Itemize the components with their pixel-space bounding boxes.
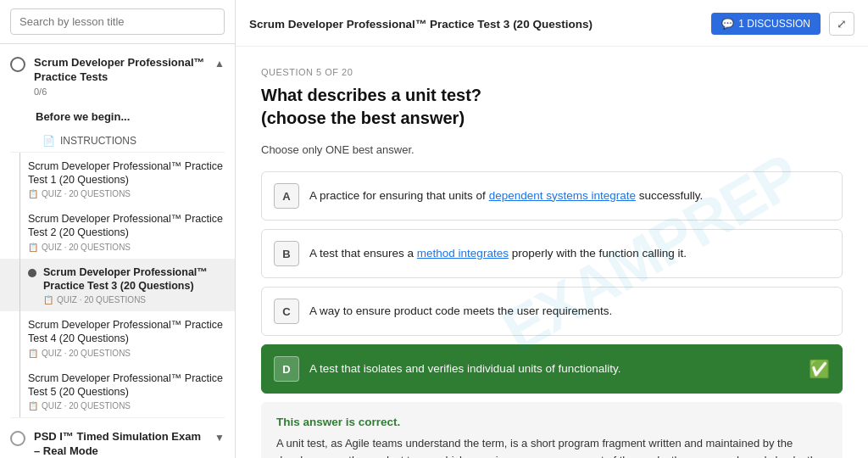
search-input[interactable] [10, 8, 225, 35]
simulation-title: PSD I™ Timed Simulation Exam – Real Mode [34, 430, 206, 458]
quiz-label-test5: QUIZ · 20 QUESTIONS [42, 401, 131, 411]
lesson-text-test4: Scrum Developer Professional™ Practice T… [28, 318, 225, 358]
chevron-up-icon: ▲ [214, 58, 225, 70]
main-header-title: Scrum Developer Professional™ Practice T… [249, 18, 593, 31]
chat-icon: 💬 [721, 18, 734, 30]
quiz-label-test2: QUIZ · 20 QUESTIONS [42, 243, 131, 252]
quiz-label-test4: QUIZ · 20 QUESTIONS [42, 349, 131, 358]
sidebar-section-practice-tests[interactable]: Scrum Developer Professional™ Practice T… [0, 44, 235, 105]
check-icon: ✅ [809, 359, 830, 379]
section-circle-icon-sim [10, 431, 25, 446]
sidebar-content: Scrum Developer Professional™ Practice T… [0, 44, 235, 458]
lesson-sub-test4: 📋 QUIZ · 20 QUESTIONS [28, 349, 225, 358]
simulation-title-block: PSD I™ Timed Simulation Exam – Real Mode… [34, 430, 206, 458]
option-letter-b: B [274, 241, 299, 266]
link-b: method integrates [417, 247, 509, 260]
vertical-line [19, 259, 20, 312]
lesson-title-test4: Scrum Developer Professional™ Practice T… [28, 318, 225, 346]
before-we-begin-title-block: Before we begin... [36, 110, 225, 125]
answer-option-c[interactable]: C A way to ensure product code meets the… [261, 287, 843, 336]
answer-option-d[interactable]: D A test that isolates and verifies indi… [261, 344, 843, 394]
option-letter-d: D [274, 356, 299, 382]
doc-icon: 📄 [42, 135, 55, 147]
explanation-text: A unit test, as Agile teams understand t… [276, 435, 827, 458]
expand-button[interactable]: ⤢ [829, 12, 854, 36]
lesson-item-test4[interactable]: Scrum Developer Professional™ Practice T… [0, 311, 235, 365]
option-letter-a: A [274, 183, 299, 209]
section-circle-icon [10, 57, 25, 72]
option-text-d: A test that isolates and verifies indivi… [309, 361, 798, 377]
quiz-icon: 📋 [28, 401, 38, 411]
question-number: QUESTION 5 OF 20 [261, 67, 843, 77]
lesson-text-test1: Scrum Developer Professional™ Practice T… [28, 159, 225, 199]
header-actions: 💬 1 DISCUSSION ⤢ [711, 12, 854, 36]
question-body: EXAMPREP QUESTION 5 OF 20 What describes… [236, 47, 868, 458]
instructions-label: INSTRUCTIONS [60, 135, 136, 147]
option-letter-c: C [274, 299, 299, 324]
lesson-title-test5: Scrum Developer Professional™ Practice T… [28, 371, 225, 399]
lesson-title-test1: Scrum Developer Professional™ Practice T… [28, 159, 225, 187]
before-we-begin[interactable]: Before we begin... [0, 105, 235, 130]
quiz-icon: 📋 [43, 295, 53, 304]
link-a: dependent systems integrate [489, 189, 636, 202]
vertical-line [19, 311, 20, 365]
option-text-a: A practice for ensuring that units of de… [309, 188, 830, 204]
answer-option-a[interactable]: A A practice for ensuring that units of … [261, 171, 843, 221]
lesson-sub-test1: 📋 QUIZ · 20 QUESTIONS [28, 189, 225, 198]
vertical-line [19, 205, 20, 259]
quiz-label-test3: QUIZ · 20 QUESTIONS [57, 295, 146, 304]
question-text: What describes a unit test?(choose the b… [261, 84, 843, 130]
explanation-correct-label: This answer is correct. [276, 416, 827, 428]
before-we-begin-title: Before we begin... [36, 110, 225, 125]
lesson-item-test2[interactable]: Scrum Developer Professional™ Practice T… [0, 205, 235, 259]
section-progress: 0/6 [34, 87, 206, 97]
lesson-text-test5: Scrum Developer Professional™ Practice T… [28, 371, 225, 411]
quiz-icon: 📋 [28, 189, 38, 198]
lesson-sub-test2: 📋 QUIZ · 20 QUESTIONS [28, 243, 225, 252]
discussion-label: 1 DISCUSSION [738, 18, 810, 30]
lesson-item-test1[interactable]: Scrum Developer Professional™ Practice T… [0, 153, 235, 206]
vertical-line [19, 153, 20, 206]
lesson-sub-test3: 📋 QUIZ · 20 QUESTIONS [43, 295, 225, 304]
main-header: Scrum Developer Professional™ Practice T… [236, 0, 868, 47]
option-text-b: A test that ensures a method integrates … [309, 246, 830, 262]
lesson-title-test2: Scrum Developer Professional™ Practice T… [28, 212, 225, 240]
quiz-icon: 📋 [28, 349, 38, 358]
answer-option-b[interactable]: B A test that ensures a method integrate… [261, 229, 843, 278]
lesson-title-test3: Scrum Developer Professional™ Practice T… [43, 265, 225, 293]
section-title-block: Scrum Developer Professional™ Practice T… [34, 56, 206, 97]
lesson-text-test2: Scrum Developer Professional™ Practice T… [28, 212, 225, 252]
lesson-item-test3[interactable]: Scrum Developer Professional™ Practice T… [0, 259, 235, 312]
quiz-label-test1: QUIZ · 20 QUESTIONS [42, 189, 131, 198]
instructions-item[interactable]: 📄 INSTRUCTIONS [0, 130, 235, 152]
discussion-button[interactable]: 💬 1 DISCUSSION [711, 13, 821, 35]
lesson-sub-test5: 📋 QUIZ · 20 QUESTIONS [28, 401, 225, 411]
active-dot [28, 269, 36, 277]
lesson-list: Before we begin... 📄 INSTRUCTIONS Scrum … [0, 105, 235, 417]
lesson-text-test3: Scrum Developer Professional™ Practice T… [43, 265, 225, 305]
choose-instruction: Choose only ONE best answer. [261, 143, 843, 156]
explanation-box: This answer is correct. A unit test, as … [261, 402, 843, 458]
lesson-item-test5[interactable]: Scrum Developer Professional™ Practice T… [0, 365, 235, 418]
chevron-down-icon: ▼ [214, 432, 225, 444]
quiz-icon: 📋 [28, 243, 38, 252]
section-title: Scrum Developer Professional™ Practice T… [34, 56, 206, 85]
option-text-c: A way to ensure product code meets the u… [309, 304, 830, 320]
main-content: Scrum Developer Professional™ Practice T… [236, 0, 868, 458]
vertical-line [19, 365, 20, 418]
sidebar-section-simulation[interactable]: PSD I™ Timed Simulation Exam – Real Mode… [0, 418, 235, 458]
sidebar: Scrum Developer Professional™ Practice T… [0, 0, 236, 458]
expand-icon: ⤢ [837, 17, 847, 31]
search-bar [0, 0, 235, 44]
